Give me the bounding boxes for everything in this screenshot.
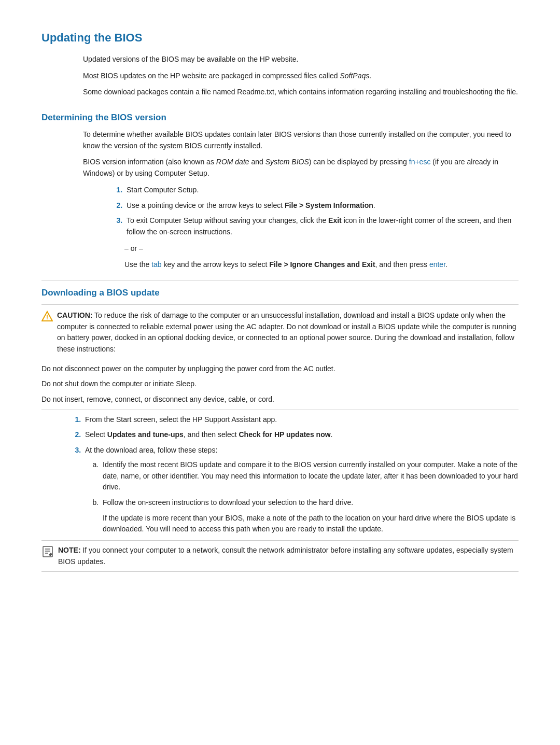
intro-section: Updated versions of the BIOS may be avai… [83, 54, 519, 98]
dl-sub-step-b-extra: If the update is more recent than your B… [103, 513, 519, 535]
bios-para2-italic1: ROM date [216, 158, 249, 166]
step3-alt-bold: File > Ignore Changes and Exit [269, 260, 375, 269]
downloading-steps: From the Start screen, select the HP Sup… [83, 414, 519, 535]
bios-version-para2: BIOS version information (also known as … [83, 157, 519, 179]
section-title-downloading: Downloading a BIOS update [41, 288, 519, 298]
bios-para2-pre: BIOS version information (also known as [83, 158, 216, 166]
note-box: NOTE: If you connect your computer to a … [41, 540, 519, 572]
caution-icon: ! [41, 311, 53, 322]
or-divider: – or – [124, 243, 519, 255]
dl-step-3: At the download area, follow these steps… [83, 445, 519, 535]
note-label: NOTE: [58, 546, 81, 554]
do-not-item-3: Do not insert, remove, connect, or disco… [41, 392, 519, 410]
bios-step-3-pre: To exit Computer Setup without saving yo… [127, 216, 328, 224]
section-downloading: Downloading a BIOS update ! CAUTION: To … [41, 280, 519, 572]
fn-esc-link[interactable]: fn+esc [409, 158, 431, 166]
or-divider-block: – or – Use the tab key and the arrow key… [124, 243, 519, 271]
dl-sub-step-b-text: Follow the on-screen instructions to dow… [103, 498, 353, 507]
bios-version-para1: To determine whether available BIOS upda… [83, 129, 519, 151]
dl-step-2-pre: Select [85, 430, 107, 439]
page-title: Updating the BIOS [41, 31, 519, 45]
dl-step-2-mid: , and then select [184, 430, 239, 439]
caution-box: ! CAUTION: To reduce the risk of damage … [41, 304, 519, 355]
intro-para2-post: . [369, 72, 371, 80]
intro-para2: Most BIOS updates on the HP website are … [83, 71, 519, 82]
bios-para2-mid: and [249, 158, 265, 166]
bios-version-section: To determine whether available BIOS upda… [83, 129, 519, 271]
dl-sub-step-b: Follow the on-screen instructions to dow… [101, 497, 519, 535]
bios-step-2-post: . [373, 201, 375, 209]
dl-step-2-bold2: Check for HP updates now [239, 430, 330, 439]
bios-para2-italic2: System BIOS [265, 158, 309, 166]
intro-para1: Updated versions of the BIOS may be avai… [83, 54, 519, 65]
svg-text:!: ! [46, 314, 48, 321]
caution-label: CAUTION: [57, 311, 92, 319]
intro-para2-pre: Most BIOS updates on the HP website are … [83, 72, 340, 80]
intro-para3: Some download packages contain a file na… [83, 87, 519, 98]
bios-step-2-pre: Use a pointing device or the arrow keys … [127, 201, 285, 209]
dl-step-1-text: From the Start screen, select the HP Sup… [85, 415, 277, 424]
step3-alt: Use the tab key and the arrow keys to se… [124, 259, 519, 271]
bios-version-steps: Start Computer Setup. Use a pointing dev… [124, 185, 519, 238]
tab-link[interactable]: tab [151, 260, 161, 269]
section-title-bios-version: Determining the BIOS version [41, 113, 519, 123]
enter-link[interactable]: enter [429, 260, 445, 269]
dl-step-3-text: At the download area, follow these steps… [85, 446, 217, 454]
note-content: NOTE: If you connect your computer to a … [58, 545, 519, 567]
dl-step-2-post: . [331, 430, 333, 439]
dl-sub-step-a: Identify the most recent BIOS update and… [101, 459, 519, 493]
note-icon [41, 545, 54, 558]
step3-alt-mid2: , and then press [375, 260, 429, 269]
page-wrapper: Updating the BIOS Updated versions of th… [41, 31, 519, 745]
step3-alt-pre: Use the [124, 260, 151, 269]
bios-step-1: Start Computer Setup. [124, 185, 519, 196]
note-text: If you connect your computer to a networ… [58, 546, 513, 566]
do-not-item-1: Do not disconnect power on the computer … [41, 361, 519, 377]
bios-step-2: Use a pointing device or the arrow keys … [124, 200, 519, 212]
caution-content: CAUTION: To reduce the risk of damage to… [57, 310, 519, 355]
do-not-section: Do not disconnect power on the computer … [41, 361, 519, 410]
dl-step-1: From the Start screen, select the HP Sup… [83, 414, 519, 426]
dl-sub-step-a-text: Identify the most recent BIOS update and… [103, 460, 518, 491]
dl-step-2-bold1: Updates and tune-ups [107, 430, 184, 439]
dl-sub-steps: Identify the most recent BIOS update and… [101, 459, 519, 535]
dl-step-2: Select Updates and tune-ups, and then se… [83, 429, 519, 441]
bios-step-3-bold: Exit [328, 216, 342, 224]
bios-para2-post-pre: ) can be displayed by pressing [309, 158, 409, 166]
bios-step-1-text: Start Computer Setup. [127, 186, 199, 194]
bios-step-2-bold: File > System Information [285, 201, 373, 209]
step3-alt-post: . [445, 260, 447, 269]
step3-alt-mid: key and the arrow keys to select [162, 260, 270, 269]
do-not-item-2: Do not shut down the computer or initiat… [41, 376, 519, 392]
caution-text: To reduce the risk of damage to the comp… [57, 311, 516, 353]
intro-para2-italic: SoftPaqs [340, 72, 369, 80]
bios-step-3: To exit Computer Setup without saving yo… [124, 215, 519, 237]
